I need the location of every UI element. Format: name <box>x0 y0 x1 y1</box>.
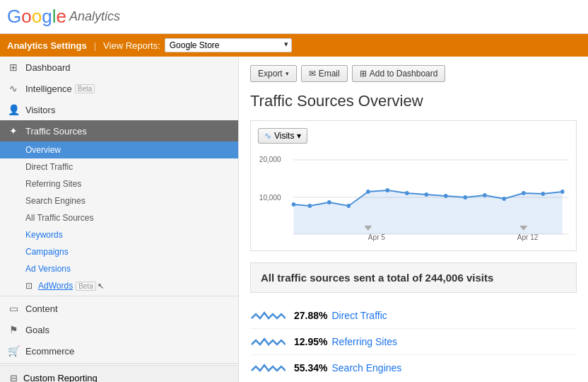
traffic-items-list: 27.88% Direct Traffic 12.95% Referring S… <box>250 303 577 381</box>
search-label[interactable]: Search Engines <box>331 362 401 374</box>
chart-selector-label: Visits <box>274 131 294 141</box>
svg-point-20 <box>522 191 526 195</box>
email-icon: ✉ <box>309 69 316 79</box>
sidebar-item-traffic-sources[interactable]: ✦ Traffic Sources <box>0 120 238 141</box>
logo: Google Analytics <box>7 6 120 28</box>
svg-point-8 <box>292 202 296 207</box>
sidebar-subitem-all-traffic[interactable]: All Traffic Sources <box>0 209 238 226</box>
svg-point-16 <box>444 194 448 198</box>
logo-analytics-text: Analytics <box>69 9 120 24</box>
squiggle-direct <box>250 308 286 323</box>
summary-text: All traffic sources sent a total of 244,… <box>261 272 493 284</box>
search-pct: 55.34% <box>294 362 327 374</box>
sidebar-item-content[interactable]: ▭ Content <box>0 298 238 319</box>
sidebar-subitem-search-engines[interactable]: Search Engines <box>0 192 238 209</box>
store-select[interactable]: Google StoreOther Store <box>165 38 292 52</box>
sidebar-subitem-ad-versions[interactable]: Ad Versions <box>0 260 238 277</box>
intelligence-icon: ∿ <box>7 83 20 94</box>
sidebar-item-ecommerce[interactable]: 🛒 Ecommerce <box>0 340 238 361</box>
ecommerce-label: Ecommerce <box>25 346 74 357</box>
content-area: Export ▾ ✉ Email ⊞ Add to Dashboard Traf… <box>239 57 588 382</box>
sidebar-item-custom-reporting[interactable]: ⊟ Custom Reporting <box>0 365 238 382</box>
svg-point-12 <box>366 190 370 194</box>
intelligence-badge: Beta <box>75 84 95 93</box>
chart-selector[interactable]: ∿ Visits ▾ <box>258 128 307 144</box>
goals-label: Goals <box>25 325 49 335</box>
svg-point-14 <box>405 191 409 195</box>
referring-label[interactable]: Referring Sites <box>331 336 397 347</box>
visitors-icon: 👤 <box>7 104 20 115</box>
sidebar-divider-1 <box>0 296 238 296</box>
svg-point-11 <box>347 204 351 208</box>
chart-dropdown-icon: ▾ <box>297 131 301 141</box>
analytics-settings-link[interactable]: Analytics Settings <box>7 40 87 51</box>
email-label: Email <box>319 69 340 79</box>
traffic-item-search: 55.34% Search Engines <box>250 355 577 381</box>
chart-svg: 20,000 10,000 Apr 5 Apr 12 <box>258 149 569 241</box>
logo-google-text: Google <box>7 6 66 28</box>
sidebar-item-intelligence[interactable]: ∿ Intelligence Beta <box>0 78 238 99</box>
svg-point-10 <box>327 200 331 204</box>
page-title: Traffic Sources Overview <box>250 92 577 110</box>
traffic-icon: ✦ <box>7 125 20 137</box>
view-reports-label: View Reports: <box>103 40 160 51</box>
sidebar-item-goals[interactable]: ⚑ Goals <box>0 319 238 340</box>
svg-point-17 <box>464 195 468 199</box>
squiggle-search <box>250 361 286 375</box>
header: Google Analytics <box>0 0 588 34</box>
svg-point-9 <box>308 204 312 208</box>
adwords-label[interactable]: AdWords <box>38 281 73 291</box>
content-label: Content <box>25 303 58 314</box>
sidebar-subitem-overview[interactable]: Overview <box>0 141 238 158</box>
sidebar-item-dashboard[interactable]: ⊞ Dashboard <box>0 57 238 78</box>
email-button[interactable]: ✉ Email <box>301 65 348 82</box>
sidebar-adwords-row[interactable]: ⊡ AdWords Beta ↖ <box>0 277 238 294</box>
intelligence-label: Intelligence <box>25 83 72 94</box>
export-label: Export <box>258 69 283 79</box>
add-to-dashboard-button[interactable]: ⊞ Add to Dashboard <box>352 65 446 82</box>
ecommerce-icon: 🛒 <box>7 345 20 357</box>
direct-label[interactable]: Direct Traffic <box>331 310 387 321</box>
referring-pct: 12.95% <box>294 336 327 347</box>
sidebar-item-visitors[interactable]: 👤 Visitors <box>0 99 238 120</box>
svg-point-21 <box>541 192 546 196</box>
direct-pct: 27.88% <box>294 310 327 321</box>
visitors-label: Visitors <box>25 105 55 115</box>
adwords-icon: ⊡ <box>25 281 33 291</box>
custom-reporting-label: Custom Reporting <box>23 373 98 382</box>
chart-line-icon: ∿ <box>264 131 271 141</box>
add-to-dashboard-icon: ⊞ <box>360 69 367 79</box>
adwords-badge: Beta <box>76 282 96 291</box>
svg-point-22 <box>560 190 565 194</box>
custom-reporting-icon: ⊟ <box>10 373 18 382</box>
main-layout: ⊞ Dashboard ∿ Intelligence Beta 👤 Visito… <box>0 57 588 382</box>
svg-point-13 <box>386 188 390 192</box>
dashboard-label: Dashboard <box>25 62 71 73</box>
sidebar-subitem-keywords[interactable]: Keywords <box>0 226 238 243</box>
dashboard-icon: ⊞ <box>7 62 20 73</box>
summary-box: All traffic sources sent a total of 244,… <box>250 262 577 293</box>
add-to-dashboard-label: Add to Dashboard <box>370 69 438 79</box>
squiggle-referring <box>250 335 286 349</box>
sidebar-divider-2 <box>0 363 238 364</box>
nav-separator: | <box>94 40 96 51</box>
traffic-sources-label: Traffic Sources <box>25 126 87 137</box>
sidebar: ⊞ Dashboard ∿ Intelligence Beta 👤 Visito… <box>0 57 239 382</box>
traffic-item-direct: 27.88% Direct Traffic <box>250 303 577 329</box>
toolbar: Export ▾ ✉ Email ⊞ Add to Dashboard <box>250 65 577 82</box>
export-arrow-icon: ▾ <box>286 70 289 77</box>
nav-bar: Analytics Settings | View Reports: Googl… <box>0 34 588 57</box>
sidebar-subitem-campaigns[interactable]: Campaigns <box>0 243 238 260</box>
svg-text:20,000: 20,000 <box>259 155 281 164</box>
export-button[interactable]: Export ▾ <box>250 65 297 82</box>
chart-container: ∿ Visits ▾ 20,000 10,000 Apr 5 Apr 12 <box>250 120 577 251</box>
content-icon: ▭ <box>7 303 20 314</box>
cursor-icon: ↖ <box>98 282 104 291</box>
sidebar-subitem-referring-sites[interactable]: Referring Sites <box>0 175 238 192</box>
svg-text:10,000: 10,000 <box>259 193 281 202</box>
goals-icon: ⚑ <box>7 324 20 335</box>
svg-point-15 <box>425 192 429 197</box>
store-select-wrapper[interactable]: Google StoreOther Store <box>165 38 292 52</box>
svg-point-18 <box>483 193 487 197</box>
sidebar-subitem-direct-traffic[interactable]: Direct Traffic <box>0 158 238 175</box>
